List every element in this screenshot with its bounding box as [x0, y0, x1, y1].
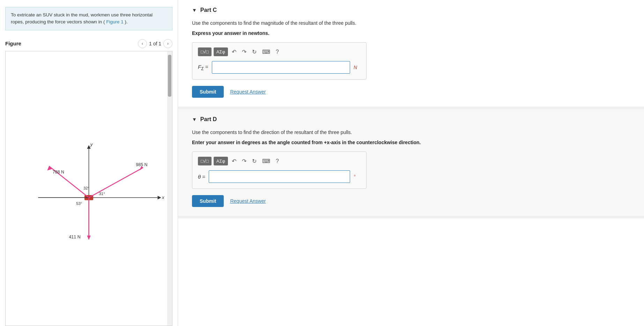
- redo-icon: ↷: [242, 49, 246, 55]
- redo-icon-d: ↷: [242, 158, 246, 164]
- figure-link[interactable]: Figure 1: [106, 19, 124, 24]
- part-d-template-button[interactable]: □√□: [198, 157, 212, 165]
- problem-text-suffix: ).: [125, 19, 127, 24]
- figure-title: Figure: [5, 40, 21, 46]
- svg-text:53°: 53°: [76, 201, 82, 205]
- next-figure-button[interactable]: ›: [163, 39, 172, 48]
- right-panel: ▼ Part C Use the components to find the …: [178, 0, 644, 326]
- part-d-toolbar: □√□ AΣφ ↶ ↷ ↻ ⌨ ?: [198, 157, 361, 165]
- part-c-unit: N: [354, 65, 361, 70]
- figure-canvas: x y 788 N 32°: [5, 51, 172, 326]
- part-c-redo-button[interactable]: ↷: [240, 47, 248, 56]
- prev-figure-button[interactable]: ‹: [138, 39, 147, 48]
- help-icon-d: ?: [276, 158, 279, 164]
- undo-icon-d: ↶: [232, 158, 236, 164]
- part-d-input-row: θ = °: [198, 170, 361, 183]
- part-d-section: ▼ Part D Use the components to find the …: [178, 109, 644, 218]
- part-d-instruction: Enter your answer in degrees as the angl…: [192, 139, 630, 146]
- part-d-help-button[interactable]: ?: [274, 157, 281, 165]
- part-c-title: Part C: [200, 7, 217, 13]
- part-c-template-button[interactable]: □√□: [198, 47, 212, 56]
- svg-marker-18: [87, 236, 90, 240]
- keyboard-icon-d: ⌨: [262, 158, 270, 164]
- part-c-header: ▼ Part C: [192, 7, 630, 13]
- part-c-toolbar: □√□ AΣφ ↶ ↷ ↻ ⌨ ?: [198, 47, 361, 56]
- svg-text:31°: 31°: [99, 191, 105, 195]
- part-d-collapse-arrow[interactable]: ▼: [192, 117, 197, 122]
- refresh-icon: ↻: [252, 49, 257, 55]
- part-c-submit-button[interactable]: Submit: [192, 86, 224, 98]
- part-c-description: Use the components to find the magnitude…: [192, 20, 630, 27]
- svg-line-13: [89, 168, 143, 198]
- part-c-answer-input[interactable]: [212, 61, 350, 74]
- figure-scrollbar[interactable]: [167, 51, 172, 326]
- part-d-refresh-button[interactable]: ↻: [250, 157, 258, 165]
- part-c-instruction: Express your answer in newtons.: [192, 30, 630, 37]
- part-c-keyboard-button[interactable]: ⌨: [260, 47, 272, 56]
- figure-count: 1 of 1: [149, 41, 161, 46]
- part-d-undo-button[interactable]: ↶: [230, 157, 238, 165]
- part-c-answer-box: □√□ AΣφ ↶ ↷ ↻ ⌨ ?: [192, 42, 367, 80]
- symbol-icon-d: AΣφ: [216, 158, 225, 164]
- part-d-action-row: Submit Request Answer: [192, 195, 630, 207]
- part-c-refresh-button[interactable]: ↻: [250, 47, 258, 56]
- part-c-section: ▼ Part C Use the components to find the …: [178, 0, 644, 109]
- problem-text-box: To extricate an SUV stuck in the mud, wo…: [5, 7, 172, 30]
- scroll-thumb: [168, 55, 171, 97]
- figure-svg: x y 788 N 32°: [6, 51, 172, 326]
- part-c-help-button[interactable]: ?: [274, 48, 281, 56]
- symbol-icon: AΣφ: [216, 49, 225, 54]
- help-icon: ?: [276, 49, 279, 55]
- part-d-symbol-button[interactable]: AΣφ: [214, 157, 228, 165]
- part-c-collapse-arrow[interactable]: ▼: [192, 7, 197, 13]
- figure-section: Figure ‹ 1 of 1 › x y: [5, 39, 172, 326]
- figure-header: Figure ‹ 1 of 1 ›: [5, 39, 172, 48]
- part-d-title: Part D: [200, 116, 217, 123]
- part-d-submit-button[interactable]: Submit: [192, 195, 224, 207]
- part-d-keyboard-button[interactable]: ⌨: [260, 157, 272, 165]
- part-c-action-row: Submit Request Answer: [192, 86, 630, 98]
- svg-text:788 N: 788 N: [53, 169, 64, 174]
- figure-nav: ‹ 1 of 1 ›: [138, 39, 172, 48]
- svg-text:x: x: [162, 195, 165, 200]
- problem-text: To extricate an SUV stuck in the mud, wo…: [11, 12, 153, 24]
- undo-icon: ↶: [232, 49, 236, 55]
- part-d-answer-box: □√□ AΣφ ↶ ↷ ↻ ⌨ ?: [192, 151, 367, 189]
- template-icon: □√□: [201, 49, 209, 54]
- svg-text:411 N: 411 N: [69, 235, 80, 239]
- part-d-description: Use the components to find the direction…: [192, 129, 630, 136]
- svg-marker-1: [158, 195, 161, 199]
- part-d-math-label: θ =: [198, 174, 205, 180]
- svg-text:32°: 32°: [83, 186, 89, 190]
- part-c-undo-button[interactable]: ↶: [230, 47, 238, 56]
- part-c-input-row: FΣ = N: [198, 61, 361, 74]
- part-c-request-answer-button[interactable]: Request Answer: [230, 89, 266, 95]
- svg-text:985 N: 985 N: [136, 162, 147, 167]
- part-d-unit: °: [354, 174, 361, 179]
- template-icon-d: □√□: [201, 158, 209, 164]
- part-c-symbol-button[interactable]: AΣφ: [214, 47, 228, 56]
- left-panel: To extricate an SUV stuck in the mud, wo…: [0, 0, 178, 326]
- keyboard-icon: ⌨: [262, 49, 270, 55]
- part-d-answer-input[interactable]: [209, 170, 350, 183]
- svg-text:y: y: [90, 141, 93, 147]
- part-d-redo-button[interactable]: ↷: [240, 157, 248, 165]
- part-d-header: ▼ Part D: [192, 116, 630, 123]
- refresh-icon-d: ↻: [252, 158, 257, 164]
- part-c-math-label: FΣ =: [198, 64, 208, 71]
- part-d-request-answer-button[interactable]: Request Answer: [230, 198, 266, 204]
